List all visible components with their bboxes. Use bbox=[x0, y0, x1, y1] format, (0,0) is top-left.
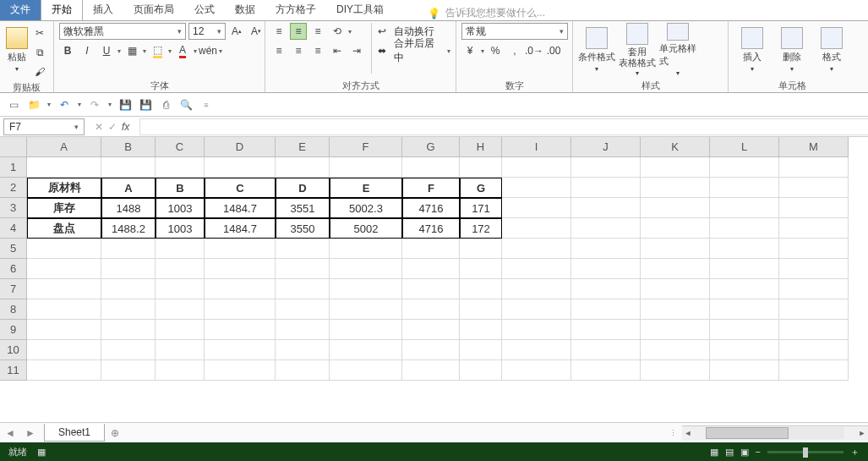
cancel-formula-button[interactable]: ✕ bbox=[95, 121, 103, 133]
cell-M6[interactable] bbox=[779, 259, 849, 279]
cell-B4[interactable]: 1488.2 bbox=[101, 218, 156, 239]
cell-L4[interactable] bbox=[710, 218, 779, 239]
qat-open-button[interactable]: 📁 bbox=[27, 98, 41, 112]
cell-E9[interactable] bbox=[276, 320, 330, 340]
font-color-button[interactable]: A bbox=[174, 42, 191, 59]
cell-G10[interactable] bbox=[402, 340, 460, 360]
cell-L1[interactable] bbox=[710, 157, 779, 178]
delete-cells-button[interactable]: 删除▾ bbox=[773, 23, 810, 77]
cell-K5[interactable] bbox=[641, 239, 710, 259]
qat-new-button[interactable]: ▭ bbox=[7, 98, 20, 112]
cell-G8[interactable] bbox=[402, 299, 460, 320]
col-header-L[interactable]: L bbox=[710, 137, 779, 157]
cell-H5[interactable] bbox=[460, 239, 502, 259]
cell-H8[interactable] bbox=[460, 299, 502, 320]
cell-B3[interactable]: 1488 bbox=[101, 198, 156, 218]
decrease-decimal-button[interactable]: .00 bbox=[545, 42, 562, 59]
cell-G1[interactable] bbox=[402, 157, 460, 178]
qat-preview-button[interactable]: 🔍 bbox=[179, 98, 193, 112]
font-size-combo[interactable]: 12▾ bbox=[188, 23, 226, 40]
cell-I10[interactable] bbox=[502, 340, 571, 360]
cell-H2[interactable]: G bbox=[460, 178, 502, 198]
cell-G9[interactable] bbox=[402, 320, 460, 340]
formula-input[interactable] bbox=[139, 118, 868, 135]
scroll-right-button[interactable]: ► bbox=[856, 427, 868, 439]
tab-start[interactable]: 开始 bbox=[41, 0, 83, 20]
cell-F10[interactable] bbox=[330, 340, 402, 360]
tab-file[interactable]: 文件 bbox=[0, 0, 41, 20]
sheet-nav-prev[interactable]: ◄ bbox=[0, 427, 20, 439]
zoom-thumb[interactable] bbox=[803, 447, 808, 458]
cell-J6[interactable] bbox=[571, 259, 641, 279]
copy-button[interactable]: ⧉ bbox=[31, 44, 48, 61]
cell-B5[interactable] bbox=[101, 239, 156, 259]
cell-J5[interactable] bbox=[571, 239, 641, 259]
sheet-tab-1[interactable]: Sheet1 bbox=[44, 424, 105, 442]
cell-F3[interactable]: 5002.3 bbox=[330, 198, 402, 218]
cell-K3[interactable] bbox=[641, 198, 710, 218]
align-right-button[interactable]: ≡ bbox=[309, 42, 326, 59]
cell-M11[interactable] bbox=[779, 360, 849, 381]
row-header-9[interactable]: 9 bbox=[0, 320, 27, 340]
cell-J9[interactable] bbox=[571, 320, 641, 340]
cell-F9[interactable] bbox=[330, 320, 402, 340]
cell-A4[interactable]: 盘点 bbox=[27, 218, 101, 239]
cell-D5[interactable] bbox=[205, 239, 276, 259]
cell-K4[interactable] bbox=[641, 218, 710, 239]
cell-I8[interactable] bbox=[502, 299, 571, 320]
qat-saveas-button[interactable]: 💾 bbox=[139, 98, 152, 112]
cell-E10[interactable] bbox=[276, 340, 330, 360]
cell-E5[interactable] bbox=[276, 239, 330, 259]
tell-me-search[interactable]: 💡 告诉我您想要做什么... bbox=[428, 6, 545, 20]
col-header-F[interactable]: F bbox=[330, 137, 402, 157]
cell-K8[interactable] bbox=[641, 299, 710, 320]
sheet-nav-next[interactable]: ► bbox=[20, 427, 41, 439]
cell-H6[interactable] bbox=[460, 259, 502, 279]
row-header-11[interactable]: 11 bbox=[0, 360, 27, 381]
cell-H1[interactable] bbox=[460, 157, 502, 178]
qat-print-button[interactable]: ⎙ bbox=[159, 98, 172, 112]
qat-save-button[interactable]: 💾 bbox=[118, 98, 132, 112]
cell-E6[interactable] bbox=[276, 259, 330, 279]
cell-I5[interactable] bbox=[502, 239, 571, 259]
cell-J4[interactable] bbox=[571, 218, 641, 239]
paste-button[interactable]: 粘贴 ▾ bbox=[5, 23, 28, 77]
cell-H3[interactable]: 171 bbox=[460, 198, 502, 218]
cell-B11[interactable] bbox=[101, 360, 156, 381]
cell-M8[interactable] bbox=[779, 299, 849, 320]
cell-I11[interactable] bbox=[502, 360, 571, 381]
cell-D2[interactable]: C bbox=[205, 178, 276, 198]
increase-decimal-button[interactable]: .0→ bbox=[526, 42, 543, 59]
border-button[interactable]: ▦ bbox=[123, 42, 140, 59]
col-header-B[interactable]: B bbox=[101, 137, 156, 157]
cell-L6[interactable] bbox=[710, 259, 779, 279]
cell-styles-button[interactable]: 单元格样式▾ bbox=[659, 23, 696, 77]
cell-K2[interactable] bbox=[641, 178, 710, 198]
cell-E7[interactable] bbox=[276, 279, 330, 299]
cell-A6[interactable] bbox=[27, 259, 101, 279]
cell-I7[interactable] bbox=[502, 279, 571, 299]
increase-indent-button[interactable]: ⇥ bbox=[348, 42, 365, 59]
cell-M3[interactable] bbox=[779, 198, 849, 218]
merge-center-button[interactable]: ⬌ 合并后居中 ▾ bbox=[378, 42, 450, 59]
cell-D7[interactable] bbox=[205, 279, 276, 299]
cell-G11[interactable] bbox=[402, 360, 460, 381]
cell-K11[interactable] bbox=[641, 360, 710, 381]
cell-G7[interactable] bbox=[402, 279, 460, 299]
format-cells-button[interactable]: 格式▾ bbox=[814, 23, 850, 77]
bold-button[interactable]: B bbox=[59, 42, 76, 59]
view-normal-button[interactable]: ▦ bbox=[710, 447, 718, 458]
col-header-K[interactable]: K bbox=[641, 137, 710, 157]
cell-A7[interactable] bbox=[27, 279, 101, 299]
align-middle-button[interactable]: ≡ bbox=[290, 23, 307, 40]
align-center-button[interactable]: ≡ bbox=[290, 42, 307, 59]
cell-D6[interactable] bbox=[205, 259, 276, 279]
cell-B10[interactable] bbox=[101, 340, 156, 360]
zoom-in-button[interactable]: ＋ bbox=[850, 446, 860, 458]
cell-B2[interactable]: A bbox=[101, 178, 156, 198]
cell-A5[interactable] bbox=[27, 239, 101, 259]
cell-F11[interactable] bbox=[330, 360, 402, 381]
cell-J7[interactable] bbox=[571, 279, 641, 299]
cell-L5[interactable] bbox=[710, 239, 779, 259]
cell-A3[interactable]: 库存 bbox=[27, 198, 101, 218]
